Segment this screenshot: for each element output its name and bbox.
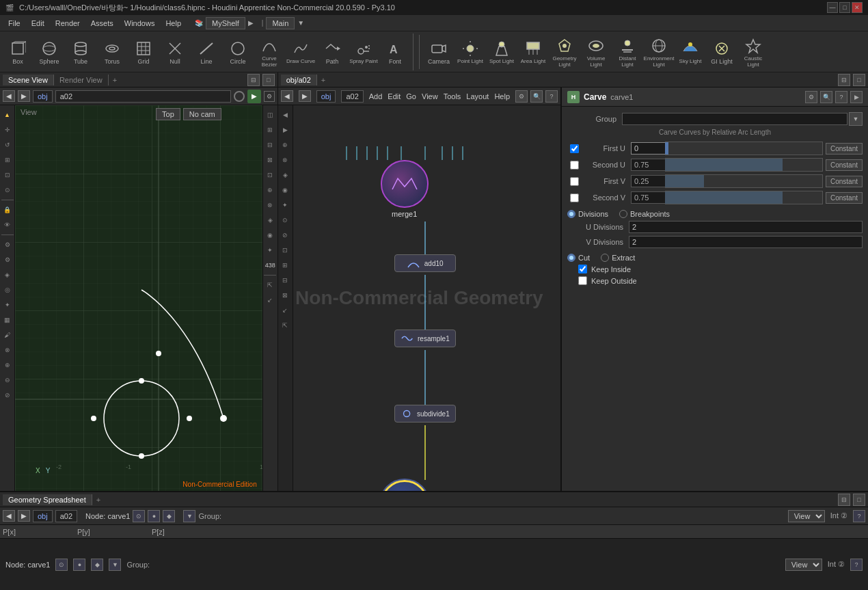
close-button[interactable]: ✕ [852,2,863,13]
node-sidebar-btn11[interactable]: ⊞ [278,258,292,272]
prop-help-btn[interactable]: ? [835,91,847,103]
tool-sky-light[interactable]: Sky Light [675,35,705,69]
magnet-tool[interactable]: ⚙ [1,238,14,252]
select-tool[interactable]: ▲ [1,108,14,122]
node-maximize-btn[interactable]: □ [853,74,865,86]
tool-box[interactable]: Box [3,35,33,69]
back-button[interactable]: ◀ [3,90,15,102]
flag-btn1[interactable]: ● [73,559,85,571]
geo-view-select[interactable]: View [788,510,825,522]
node-graph[interactable]: Non-Commercial Geometry [278,105,560,491]
keep-inside-checkbox[interactable] [578,265,587,273]
second-u-slider-track[interactable] [665,158,823,172]
eye-tool[interactable]: 👁 [1,218,14,232]
tool-line[interactable]: Line [191,35,221,69]
tool-torus[interactable]: Torus [97,35,127,69]
settings-tool[interactable]: ⚙ [1,253,14,267]
divisions-radio-btn[interactable] [567,210,575,218]
tool-camera[interactable]: Camera [424,35,454,69]
tool-curve-bezier[interactable]: Curve Bezier [254,35,284,69]
node-sidebar-btn13[interactable]: ⊠ [278,289,292,302]
node-icon-btn[interactable]: ⊙ [55,559,68,571]
menu-edit[interactable]: Edit [388,92,401,100]
add-tab-button[interactable]: + [109,75,121,85]
vr-tool7[interactable]: ⊗ [263,198,277,212]
viewport-settings-btn[interactable]: ⚙ [264,91,275,102]
first-v-const-btn[interactable]: Constant [826,176,863,187]
bottom-view-select[interactable]: View [785,559,822,571]
camera-view-tool[interactable]: ◎ [1,283,14,297]
menu-tools[interactable]: Tools [444,92,461,100]
first-u-slider-track[interactable] [665,142,823,155]
tab-geometry-spreadsheet[interactable]: Geometry Spreadsheet [3,494,92,505]
node-resample1[interactable]: resample1 [394,330,456,347]
keep-outside-checkbox[interactable] [578,276,587,285]
second-v-slider-track[interactable] [665,191,823,204]
tool-area-light[interactable]: Area Light [518,35,548,69]
handle-tool[interactable]: ⊙ [1,183,14,197]
menu-view[interactable]: View [422,92,438,100]
translate-tool[interactable]: ✛ [1,123,14,137]
vr-expand[interactable]: ⇱ [263,278,277,292]
minimize-button[interactable]: — [827,2,838,13]
node-sidebar-btn1[interactable]: ◀ [278,108,292,122]
second-v-input[interactable] [631,191,665,204]
vr-tool9[interactable]: ◉ [263,228,277,242]
menu-windows[interactable]: Windows [119,18,161,29]
node-sidebar-btn5[interactable]: ◈ [278,168,292,182]
geo-help-btn[interactable]: ? [853,510,865,522]
geo-flag2[interactable]: ◆ [163,510,175,522]
node-sidebar-btn12[interactable]: ⊟ [278,273,292,287]
transform-tool[interactable]: ⊡ [1,168,14,182]
filter-btn[interactable]: ▼ [109,559,121,571]
tool-caustic-light[interactable]: Caustic Light [738,35,768,69]
node-settings-btn[interactable]: ⚙ [515,90,528,103]
vr-camera[interactable]: ↙ [263,293,277,307]
vr-tool3[interactable]: ⊟ [263,138,277,152]
add-node-tab-btn[interactable]: + [317,75,329,85]
v-div-input[interactable] [629,236,863,248]
node-sidebar-btn14[interactable]: ↙ [278,304,292,317]
bottom-help-btn[interactable]: ? [850,559,863,571]
geo-flag1[interactable]: ● [148,510,160,522]
group-tool[interactable]: ⊘ [1,388,14,402]
geo-maximize-btn[interactable]: □ [853,494,865,506]
snap-tool[interactable]: ◈ [1,268,14,282]
second-u-const-btn[interactable]: Constant [826,159,863,171]
geo-back-btn[interactable]: ◀ [3,510,15,522]
camera-view-btn[interactable]: Top [156,108,180,120]
second-u-checkbox[interactable] [570,161,579,170]
first-u-const-btn[interactable]: Constant [826,143,863,155]
node-network[interactable]: a02 [341,90,363,103]
node-sidebar-btn9[interactable]: ⊘ [278,228,292,242]
first-u-input[interactable] [631,142,665,155]
main-dropdown-icon[interactable]: ▼ [297,19,304,27]
prop-arrow-btn[interactable]: ▶ [850,91,863,103]
breakpoints-radio-btn[interactable] [619,210,627,218]
tool-path[interactable]: Path [317,35,347,69]
prop-settings-btn[interactable]: ⚙ [805,91,817,103]
tool-volume-light[interactable]: Volume Light [581,35,611,69]
group-dropdown-btn[interactable]: ▼ [849,112,863,126]
node-path[interactable]: obj [316,90,336,103]
main-btn[interactable]: Main [266,17,295,29]
prop-search-btn[interactable]: 🔍 [820,91,832,103]
forward-button[interactable]: ▶ [18,90,30,102]
node-sidebar-btn6[interactable]: ◉ [278,183,292,197]
menu-layout[interactable]: Layout [466,92,489,100]
node-sidebar-btn7[interactable]: ✦ [278,198,292,212]
tool-env-light[interactable]: Environment Light [644,35,674,69]
render-tool[interactable]: ▦ [1,313,14,327]
node-carve1[interactable]: H carve1 [381,480,429,491]
menu-assets[interactable]: Assets [85,18,119,29]
group-input[interactable] [622,113,847,125]
viewport-anim-btn[interactable]: ▶ [247,90,261,103]
node-sidebar-btn10[interactable]: ⊡ [278,243,292,257]
tool-spray-paint[interactable]: Spray Paint [349,35,379,69]
tool-grid[interactable]: Grid [128,35,159,69]
guide-tool[interactable]: ✦ [1,298,14,312]
tool-spot-light[interactable]: Spot Light [487,35,517,69]
first-v-slider-track[interactable] [665,174,823,188]
menu-go[interactable]: Go [406,92,416,100]
extract-radio-btn[interactable] [601,254,609,262]
